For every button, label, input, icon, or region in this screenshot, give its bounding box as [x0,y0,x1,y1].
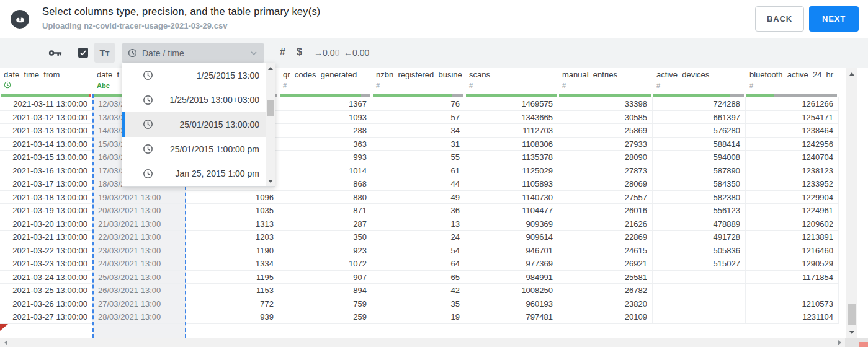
column-cells: 1367109328836399310148688808712873509231… [279,97,372,324]
table-cell: 1104477 [465,204,558,217]
table-cell: 907 [279,271,372,284]
arrow-down-icon [849,331,854,334]
table-cell: 1254171 [746,111,839,125]
vertical-scrollbar[interactable] [846,68,857,338]
table-cell: 27873 [558,164,653,178]
type-format-option[interactable]: 1/25/2015 13:00+03:00 [122,88,266,113]
type-format-option[interactable]: 1/25/2015 13:00 [122,63,266,88]
option-label: Jan 25, 2015 1:00 pm [153,169,266,178]
column-type-icon: # [656,81,660,91]
table-cell: 76 [372,97,465,111]
table-cell: 1238464 [746,124,839,138]
primary-key-button[interactable] [48,48,62,60]
table-cell: 1072 [279,257,372,271]
table-cell: 1153 [186,284,279,297]
table-cell [653,297,746,311]
scroll-right-button[interactable] [835,338,844,347]
table-cell: 1213891 [746,231,839,244]
table-cell: 28090 [558,151,653,164]
arrow-up-icon [268,67,273,70]
table-cell: 1367 [279,97,372,111]
table-cell: 26782 [558,284,653,297]
table-cell: 27557 [558,191,653,204]
text-type-button[interactable]: Tt [94,43,115,63]
dropdown-scrollbar[interactable] [266,63,275,186]
table-cell: 478889 [653,217,746,231]
more-rows-indicator [0,324,8,331]
corner-accent-bar [859,342,868,347]
table-cell: 22/03/2021 13:00 [93,231,186,244]
column-cells: 1261266125417112384641242956124070412381… [746,97,839,324]
table-cell: 20109 [558,310,653,324]
column-cells: 2021-03-11 13:00:002021-03-12 13:00:0020… [0,97,93,324]
table-cell: 1233952 [746,177,839,191]
type-format-option-list: 1/25/2015 13:001/25/2015 13:00+03:0025/0… [122,63,266,186]
column-type-icon [4,81,11,91]
table-cell: 661397 [653,111,746,125]
table-cell: 2021-03-12 13:00:00 [0,111,93,125]
table-cell: 923 [279,244,372,258]
table-cell: 28069 [558,177,653,191]
column-header[interactable]: date_time_from [4,70,92,79]
table-cell: 34 [372,124,465,138]
table-cell: 2021-03-21 13:00:00 [0,231,93,244]
column-type-icon: Abc [97,81,110,91]
dropdown-scroll-up-button[interactable] [266,64,275,72]
table-cell [653,310,746,324]
add-precision-light: 0 [334,48,339,58]
table-cell: 960193 [465,297,558,311]
page-subtitle: Uploading nz-covid-tracer-usage-2021-03-… [42,21,227,30]
include-column-checkbox[interactable] [78,48,88,58]
table-cell: 64 [372,257,465,271]
arrow-right-icon [838,340,841,345]
clock-icon [4,81,11,89]
table-cell: 939 [186,310,279,324]
scroll-left-button[interactable] [1,338,10,347]
type-format-option[interactable]: 25/01/2015 13:00:00 [122,112,266,137]
add-precision-button[interactable]: →0.00 [314,48,339,58]
table-cell: 42 [372,284,465,297]
table-cell: 2021-03-16 13:00:00 [0,164,93,178]
column-header[interactable]: bluetooth_active_24_hr_ [749,70,838,79]
table-cell: 1008250 [465,284,558,297]
column-type-icon: # [562,81,566,91]
table-cell: 2021-03-14 13:00:00 [0,138,93,151]
table-cell: 57 [372,111,465,125]
table-cell: 1190 [186,244,279,258]
number-type-button[interactable]: # [280,46,285,58]
toolbar-divider [380,43,380,63]
column-header[interactable]: qr_codes_generated [283,70,371,79]
table-column: date_time_from2021-03-11 13:00:002021-03… [0,68,93,338]
currency-type-button[interactable]: $ [297,46,302,58]
scroll-up-button[interactable] [846,69,857,78]
table-cell: 1125029 [465,164,558,178]
horizontal-scrollbar[interactable] [0,338,845,347]
table-cell: 1171854 [746,271,839,284]
table-cell: 1229904 [746,191,839,204]
column-type-select-value: Date / time [142,48,249,58]
type-format-option[interactable]: Jan 25, 2015 1:00 pm [122,161,266,186]
back-button[interactable]: BACK [755,6,804,32]
column-header[interactable]: manual_entries [562,70,651,79]
next-button[interactable]: NEXT [809,6,859,32]
table-cell: 505836 [653,244,746,258]
scroll-down-button[interactable] [846,328,857,336]
table-cell: 1240704 [746,151,839,164]
column-header[interactable]: scans [469,70,557,79]
table-cell: 2021-03-22 13:00:00 [0,244,93,258]
arrow-down-icon [268,180,273,183]
column-header[interactable]: nzbn_registered_busine [376,70,464,79]
table-cell: 587890 [653,164,746,178]
column-type-select[interactable]: Date / time [122,43,264,63]
vertical-scroll-thumb[interactable] [848,304,856,325]
table-cell: 1343665 [465,111,558,125]
dropdown-scroll-down-button[interactable] [266,177,275,185]
dropdown-scroll-thumb[interactable] [267,100,274,116]
remove-precision-button[interactable]: ←0.00 [344,48,369,58]
option-label: 25/01/2015 13:00:00 [153,120,266,130]
type-format-option[interactable]: 25/01/2015 1:00:00 pm [122,137,266,162]
column-header[interactable]: active_devices [656,70,745,79]
table-column: nzbn_registered_busine#76573431556144493… [372,68,465,338]
table-cell: 993 [279,151,372,164]
table-cell: 1105893 [465,177,558,191]
